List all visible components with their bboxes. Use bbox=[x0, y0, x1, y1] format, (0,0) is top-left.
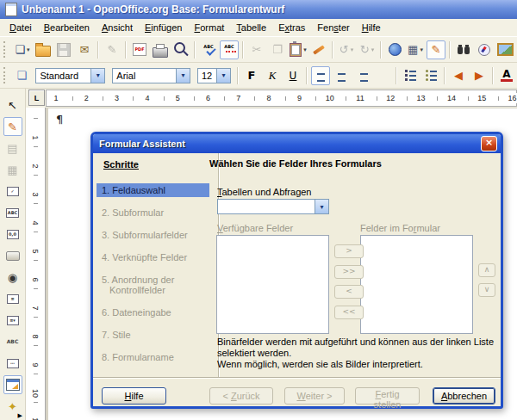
apply-style-icon[interactable]: ❏ bbox=[12, 66, 31, 85]
gallery-icon[interactable] bbox=[495, 40, 514, 59]
open-folder-icon[interactable] bbox=[34, 40, 53, 59]
dropdown-arrow-icon[interactable]: ▾ bbox=[371, 46, 375, 53]
wizard-step-4[interactable]: 4. Verknüpfte Felder bbox=[97, 250, 218, 264]
design-mode-icon[interactable]: ✎ bbox=[3, 117, 22, 136]
toolbar-overflow-arrow-icon[interactable]: ▶ bbox=[18, 412, 22, 419]
more-controls-icon[interactable]: ⋯ bbox=[3, 354, 22, 373]
form-wizard-dialog: Formular Assistent × Schritte 1. Feldaus… bbox=[90, 132, 503, 409]
combo-box-icon[interactable]: ≡▾ bbox=[3, 311, 22, 330]
align-center-icon[interactable] bbox=[332, 66, 351, 85]
dropdown-arrow-icon[interactable]: ▾ bbox=[315, 200, 328, 213]
font-name-value[interactable]: Arial bbox=[113, 71, 176, 81]
check-box-icon[interactable]: ✓ bbox=[3, 182, 22, 201]
spellcheck-icon[interactable]: ABC bbox=[199, 40, 218, 59]
font-color-icon[interactable]: A bbox=[497, 66, 516, 85]
dropdown-arrow-icon[interactable]: ▾ bbox=[351, 46, 354, 53]
push-button-icon[interactable] bbox=[3, 246, 22, 265]
font-size-combobox[interactable]: 12 ▾ bbox=[197, 68, 231, 83]
menu-hilfe[interactable]: Hilfe bbox=[356, 21, 387, 34]
cancel-button[interactable]: Abbrechen bbox=[433, 387, 495, 405]
decrease-indent-icon[interactable]: ◀ bbox=[449, 66, 468, 85]
font-name-combobox[interactable]: Arial ▾ bbox=[112, 68, 190, 83]
increase-indent-icon[interactable]: ▶ bbox=[470, 66, 489, 85]
ruler-number: 6 bbox=[30, 274, 40, 286]
design-mode-icon[interactable]: ✎ bbox=[427, 40, 445, 59]
help-button[interactable]: Hilfe bbox=[102, 387, 166, 405]
auto-spellcheck-icon[interactable]: ABC bbox=[220, 40, 239, 59]
new-document-icon[interactable]: ❏▾ bbox=[13, 40, 32, 59]
underline-icon[interactable]: U bbox=[283, 66, 302, 85]
toolbar-separator bbox=[492, 67, 494, 84]
wizard-step-7[interactable]: 7. Stile bbox=[97, 328, 218, 342]
available-fields-listbox[interactable] bbox=[216, 235, 329, 334]
menu-format[interactable]: Format bbox=[188, 21, 230, 34]
vertical-ruler[interactable]: 1234567891011 bbox=[26, 108, 46, 420]
wizard-step-1[interactable]: 1. Feldauswahl bbox=[97, 183, 209, 197]
paste-icon[interactable]: ▾ bbox=[289, 40, 308, 59]
tables-combobox[interactable]: ▾ bbox=[217, 199, 329, 214]
numbered-list-icon[interactable] bbox=[401, 66, 420, 85]
wizard-step-8[interactable]: 8. Formularname bbox=[97, 350, 218, 364]
menu-tabelle[interactable]: Tabelle bbox=[230, 21, 272, 34]
toolbar-grip[interactable] bbox=[3, 67, 7, 83]
dropdown-arrow-icon[interactable]: ▾ bbox=[27, 46, 30, 53]
menu-datei[interactable]: Datei bbox=[3, 21, 38, 34]
align-right-icon[interactable] bbox=[352, 66, 371, 85]
text-box-icon[interactable]: ABC bbox=[3, 203, 22, 222]
navigator-icon[interactable] bbox=[475, 40, 494, 59]
bold-icon[interactable]: F bbox=[242, 66, 261, 85]
form-design-icon[interactable] bbox=[3, 375, 22, 394]
close-icon[interactable]: × bbox=[481, 136, 497, 151]
find-icon[interactable] bbox=[454, 40, 473, 59]
justify-icon[interactable] bbox=[373, 66, 392, 85]
dropdown-arrow-icon[interactable]: ▾ bbox=[216, 69, 230, 83]
list-box-icon[interactable]: ≡ bbox=[3, 289, 22, 308]
ruler-number: 11 bbox=[30, 416, 40, 420]
bullet-list-icon[interactable] bbox=[421, 66, 440, 85]
dropdown-arrow-icon[interactable]: ▾ bbox=[176, 69, 190, 83]
form-fields-label: Felder im Formular bbox=[360, 223, 440, 233]
tab-stop-selector[interactable]: L bbox=[28, 90, 45, 106]
ruler-number: 7 bbox=[30, 302, 40, 314]
toolbar-separator bbox=[332, 41, 333, 59]
select-icon[interactable]: ↖ bbox=[3, 96, 22, 114]
label-field-icon[interactable]: ABC bbox=[3, 332, 22, 351]
paragraph-style-combobox[interactable]: Standard ▾ bbox=[35, 68, 105, 83]
wizard-step-2[interactable]: 2. Subformular bbox=[97, 206, 218, 219]
menu-bearbeiten[interactable]: Bearbeiten bbox=[38, 21, 96, 34]
ruler-number: 3 bbox=[111, 93, 123, 103]
ruler-number: 11 bbox=[354, 93, 366, 103]
steps-list: 1. Feldauswahl2. Subformular3. Subformul… bbox=[97, 183, 218, 364]
wizard-step-3[interactable]: 3. Subformularfelder bbox=[97, 228, 218, 242]
option-button-icon[interactable]: ◉ bbox=[3, 268, 22, 287]
dialog-titlebar[interactable]: Formular Assistent × bbox=[93, 134, 501, 153]
formatted-field-icon[interactable]: 0,0 bbox=[3, 225, 22, 244]
export-pdf-icon[interactable]: PDF bbox=[130, 40, 149, 59]
menu-einfuegen[interactable]: Einfügen bbox=[139, 21, 188, 34]
wizard-step-5[interactable]: 5. Anordnung der Kontrollfelder bbox=[97, 273, 218, 297]
insert-table-icon[interactable]: ▦▾ bbox=[406, 40, 425, 59]
menu-ansicht[interactable]: Ansicht bbox=[96, 21, 139, 34]
ruler-number: 13 bbox=[415, 93, 427, 103]
ruler-number: 6 bbox=[202, 93, 215, 103]
menu-extras[interactable]: Extras bbox=[272, 21, 311, 34]
menu-fenster[interactable]: Fenster bbox=[311, 21, 355, 34]
horizontal-ruler[interactable]: 12345678910111213141516 bbox=[46, 90, 517, 107]
dropdown-arrow-icon[interactable]: ▾ bbox=[420, 46, 423, 53]
wizard-step-6[interactable]: 6. Dateneingabe bbox=[97, 306, 218, 319]
titlebar[interactable]: Unbenannt 1 - OpenOffice.org Base: Formu… bbox=[0, 0, 517, 19]
form-fields-listbox[interactable] bbox=[360, 235, 473, 334]
italic-icon[interactable]: K bbox=[263, 66, 282, 85]
hyperlink-icon[interactable] bbox=[385, 40, 404, 59]
send-email-icon[interactable]: ✉ bbox=[75, 40, 94, 59]
toolbar-grip[interactable] bbox=[3, 41, 8, 58]
paragraph-style-value[interactable]: Standard bbox=[36, 71, 90, 81]
font-size-value[interactable]: 12 bbox=[198, 71, 216, 81]
print-icon[interactable] bbox=[151, 40, 170, 59]
page-preview-icon[interactable] bbox=[171, 40, 190, 59]
format-paintbrush-icon[interactable] bbox=[309, 40, 328, 59]
dropdown-arrow-icon[interactable]: ▾ bbox=[303, 46, 307, 53]
dropdown-arrow-icon[interactable]: ▾ bbox=[90, 69, 104, 83]
ruler-number: 8 bbox=[263, 93, 275, 103]
align-left-icon[interactable] bbox=[311, 66, 330, 85]
